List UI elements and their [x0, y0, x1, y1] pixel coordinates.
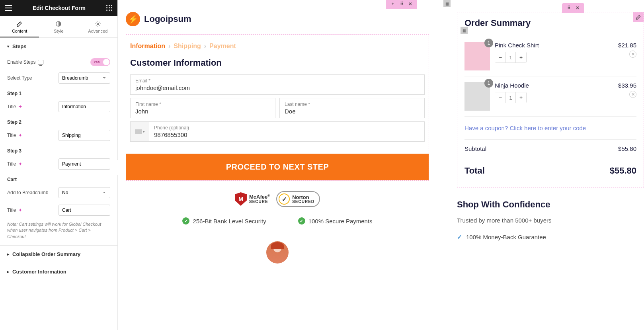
- tab-content[interactable]: Content: [0, 16, 39, 37]
- check-icon: ✓: [298, 217, 305, 225]
- step2-heading: Step 2: [0, 115, 117, 127]
- breadcrumb: Information › Shipping › Payment: [126, 35, 429, 55]
- remove-item-button[interactable]: ✕: [629, 91, 636, 98]
- guarantee-item: ✓ 100% Money-Back Guarantee: [457, 231, 644, 243]
- last-name-label: Last name *: [285, 102, 420, 107]
- email-field[interactable]: Email * johndoe@email.com: [130, 74, 425, 95]
- dynamic-icon[interactable]: ✦: [18, 133, 22, 138]
- drag-icon[interactable]: ⠿: [397, 0, 406, 8]
- enable-steps-label: Enable Steps: [7, 59, 43, 65]
- drag-icon[interactable]: ⠿: [564, 4, 573, 12]
- cart-heading: Cart: [0, 173, 117, 184]
- column-handle-icon[interactable]: ▦: [461, 27, 468, 34]
- phone-label: Phone (optional): [154, 125, 420, 131]
- responsive-icon[interactable]: [38, 60, 43, 64]
- confidence-subtitle: Trusted by more than 5000+ buyers: [457, 217, 644, 224]
- last-name-field[interactable]: Last name * Doe: [279, 98, 425, 118]
- checkout-form-widget[interactable]: Information › Shipping › Payment Custome…: [126, 34, 429, 181]
- section-customer-info[interactable]: Customer Information: [0, 263, 117, 280]
- phone-field[interactable]: Phone (optional) 9876855300: [149, 121, 425, 142]
- step1-title-input[interactable]: [59, 101, 110, 112]
- product-thumbnail: 1: [464, 82, 490, 111]
- close-icon[interactable]: ✕: [573, 4, 582, 12]
- editor-sidebar: Edit Checkout Form Content Style Advance…: [0, 0, 118, 330]
- step1-title-label: Title✦: [7, 104, 22, 109]
- gear-icon: [95, 21, 101, 27]
- add-breadcrumb-label: Add to Breadcrumb: [7, 190, 48, 195]
- select-type-dropdown[interactable]: Breadcrumb: [59, 72, 110, 84]
- phone-value: 9876855300: [154, 131, 420, 138]
- trust-item: ✓100% Secure Payments: [298, 217, 373, 225]
- add-breadcrumb-dropdown[interactable]: No: [59, 187, 110, 198]
- chevron-right-icon: ›: [204, 43, 206, 50]
- step3-title-label: Title✦: [7, 161, 22, 167]
- column-handle-icon[interactable]: ▦: [443, 0, 451, 7]
- dynamic-icon[interactable]: ✦: [18, 207, 22, 213]
- close-icon[interactable]: ✕: [406, 0, 415, 8]
- pencil-icon: [16, 21, 23, 27]
- first-name-field[interactable]: First name * John: [130, 98, 275, 118]
- cart-title-input[interactable]: [59, 205, 110, 216]
- cart-item: 1 Pink Check Shirt $21.85 − 1 + ✕: [464, 36, 636, 76]
- product-price: $33.95: [618, 82, 636, 92]
- cart-item: 1 Ninja Hoodie $33.95 − 1 + ✕: [464, 76, 636, 117]
- remove-item-button[interactable]: ✕: [629, 51, 636, 58]
- tab-style[interactable]: Style: [39, 16, 78, 37]
- qty-minus-button[interactable]: −: [495, 52, 505, 62]
- subtotal-row: Subtotal $55.80: [464, 140, 636, 158]
- dynamic-icon[interactable]: ✦: [18, 104, 22, 109]
- qty-value: 1: [505, 52, 516, 62]
- coupon-link[interactable]: Have a coupon? Click here to enter your …: [464, 117, 636, 140]
- breadcrumb-step-1[interactable]: Information: [130, 43, 165, 50]
- first-name-value: John: [135, 108, 270, 115]
- total-row: Total $55.80: [464, 158, 636, 182]
- step1-heading: Step 1: [0, 87, 117, 98]
- form-title: Customer Information: [126, 55, 429, 74]
- check-icon: ✓: [457, 233, 462, 241]
- step2-title-input[interactable]: [59, 130, 110, 141]
- apps-grid-icon[interactable]: [106, 5, 113, 11]
- qty-minus-button[interactable]: −: [495, 92, 505, 103]
- svg-point-1: [97, 23, 99, 25]
- avatar: [266, 241, 289, 264]
- order-summary-widget[interactable]: ▦ Order Summary 1 Pink Check Shirt $21.8…: [457, 12, 644, 187]
- cart-title-label: Title✦: [7, 207, 22, 213]
- confidence-title: Shop With Confidence: [457, 199, 644, 210]
- section-steps[interactable]: Steps: [0, 38, 117, 55]
- product-name: Ninja Hoodie: [495, 82, 529, 89]
- product-name: Pink Check Shirt: [495, 42, 539, 49]
- proceed-button[interactable]: PROCEED TO NEXT STEP: [126, 154, 429, 180]
- menu-icon[interactable]: [5, 5, 12, 11]
- check-icon: ✓: [182, 217, 189, 225]
- pencil-icon: [636, 14, 641, 20]
- product-price: $21.85: [618, 42, 636, 52]
- norton-badge: ✓ NortonSECURED: [276, 191, 320, 207]
- trust-row: ✓256-Bit Bank Level Security ✓100% Secur…: [118, 213, 437, 229]
- qty-plus-button[interactable]: +: [516, 52, 526, 62]
- qty-value: 1: [505, 92, 516, 103]
- controls-panel: Steps Enable Steps Yes Select Type Bread…: [0, 38, 117, 330]
- breadcrumb-step-3[interactable]: Payment: [209, 43, 236, 50]
- brand-name: Logoipsum: [144, 14, 191, 24]
- confidence-section: Shop With Confidence Trusted by more tha…: [445, 187, 644, 243]
- last-name-value: Doe: [285, 108, 420, 115]
- add-icon[interactable]: +: [388, 0, 397, 8]
- step3-heading: Step 3: [0, 144, 117, 155]
- edit-widget-button[interactable]: [633, 12, 644, 22]
- step3-title-input[interactable]: [59, 158, 110, 170]
- widget-toolbar: + ⠿ ✕: [386, 0, 417, 9]
- right-column: ▦ ⠿ ✕ ▦ Order Summary 1 Pink Check Shirt…: [445, 0, 644, 330]
- trust-item: ✓256-Bit Bank Level Security: [182, 217, 266, 225]
- sidebar-header: Edit Checkout Form: [0, 0, 117, 16]
- qty-plus-button[interactable]: +: [516, 92, 526, 103]
- section-collapsible-summary[interactable]: Collapsible Order Summary: [0, 245, 117, 263]
- first-name-label: First name *: [135, 102, 270, 107]
- breadcrumb-step-2[interactable]: Shipping: [174, 43, 201, 50]
- editor-tabs: Content Style Advanced: [0, 16, 117, 38]
- country-code-selector[interactable]: [130, 121, 149, 142]
- brand-logo-icon: ⚡: [126, 12, 140, 26]
- chevron-right-icon: ›: [168, 43, 170, 50]
- dynamic-icon[interactable]: ✦: [18, 161, 22, 167]
- tab-advanced[interactable]: Advanced: [78, 16, 117, 37]
- enable-steps-toggle[interactable]: Yes: [90, 58, 110, 66]
